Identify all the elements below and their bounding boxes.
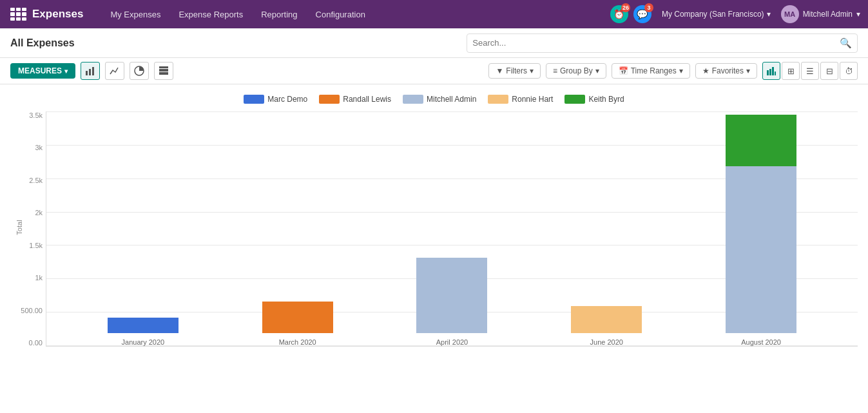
chart-type-line[interactable] bbox=[105, 62, 124, 80]
chart-legend: Marc DemoRandall LewisMitchell AdminRonn… bbox=[10, 95, 858, 104]
y-axis-label: 2.5k bbox=[29, 177, 43, 184]
activity-count: 26 bbox=[621, 3, 630, 12]
bar-segment bbox=[108, 318, 178, 333]
view-kanban[interactable]: ⊟ bbox=[820, 62, 838, 80]
menu-expense-reports[interactable]: Expense Reports bbox=[169, 0, 252, 28]
y-axis-label: 2k bbox=[35, 209, 43, 216]
bar-label: March 2020 bbox=[279, 338, 316, 346]
company-selector[interactable]: My Company (San Francisco) ▾ bbox=[657, 10, 776, 19]
bar-label: January 2020 bbox=[122, 338, 165, 346]
user-chevron: ▾ bbox=[856, 10, 860, 19]
bar-group: August 2020 bbox=[726, 115, 796, 346]
view-grid[interactable]: ⊞ bbox=[782, 62, 800, 80]
bar-segment bbox=[726, 166, 796, 333]
svg-rect-5 bbox=[159, 69, 168, 72]
y-axis-label: 1.5k bbox=[29, 242, 43, 249]
timeranges-chevron: ▾ bbox=[679, 66, 683, 75]
view-toggle: ⊞ ☰ ⊟ ⏱ bbox=[762, 62, 858, 80]
bar-segment bbox=[726, 115, 796, 166]
y-axis: 3.5k3k2.5k2k1.5k1k500.000.00 bbox=[15, 111, 43, 347]
legend-item: Ronnie Hart bbox=[488, 95, 553, 104]
svg-rect-4 bbox=[159, 72, 168, 75]
y-axis-label: 500.00 bbox=[21, 307, 43, 314]
chart-type-bar[interactable] bbox=[81, 62, 100, 80]
app-menu-icon[interactable] bbox=[8, 5, 26, 23]
svg-rect-7 bbox=[767, 70, 769, 75]
svg-rect-1 bbox=[89, 69, 91, 75]
bar-group: March 2020 bbox=[262, 302, 333, 346]
bar-group: April 2020 bbox=[416, 258, 487, 346]
svg-rect-10 bbox=[775, 72, 776, 75]
legend-item: Keith Byrd bbox=[564, 95, 624, 104]
legend-item: Marc Demo bbox=[244, 95, 307, 104]
measures-chevron: ▾ bbox=[64, 68, 68, 75]
filter-icon: ▼ bbox=[496, 66, 503, 75]
user-name: Mitchell Admin bbox=[803, 10, 853, 19]
top-nav: Expenses My Expenses Expense Reports Rep… bbox=[0, 0, 868, 28]
menu-reporting[interactable]: Reporting bbox=[252, 0, 306, 28]
view-bar-chart[interactable] bbox=[762, 62, 780, 80]
bar-label: June 2020 bbox=[590, 338, 623, 346]
bar-stack bbox=[571, 306, 642, 333]
avatar: MA bbox=[781, 5, 799, 23]
group-by-button[interactable]: ≡ Group By ▾ bbox=[546, 63, 606, 79]
favorites-button[interactable]: ★ Favorites ▾ bbox=[695, 63, 757, 79]
page-title: All Expenses bbox=[10, 37, 75, 49]
time-ranges-button[interactable]: 📅 Time Ranges ▾ bbox=[612, 63, 690, 79]
search-box[interactable]: 🔍 bbox=[467, 34, 858, 53]
user-menu[interactable]: MA Mitchell Admin ▾ bbox=[781, 5, 860, 23]
star-icon: ★ bbox=[702, 66, 709, 75]
svg-rect-2 bbox=[92, 67, 94, 75]
search-icon[interactable]: 🔍 bbox=[840, 37, 852, 49]
filters-button[interactable]: ▼ Filters ▾ bbox=[488, 63, 541, 79]
search-input[interactable] bbox=[472, 38, 840, 48]
svg-rect-6 bbox=[159, 66, 168, 68]
favorites-chevron: ▾ bbox=[746, 66, 750, 75]
chart-type-stacked[interactable] bbox=[154, 62, 173, 80]
svg-rect-9 bbox=[772, 67, 774, 75]
bar-group: January 2020 bbox=[108, 318, 178, 346]
main-content: Marc DemoRandall LewisMitchell AdminRonn… bbox=[0, 84, 868, 413]
chart-plot: January 2020March 2020April 2020June 202… bbox=[46, 111, 858, 347]
menu-configuration[interactable]: Configuration bbox=[307, 0, 374, 28]
bar-segment bbox=[571, 306, 642, 333]
groupby-icon: ≡ bbox=[553, 66, 557, 75]
bar-label: August 2020 bbox=[741, 338, 781, 346]
calendar-icon: 📅 bbox=[619, 66, 628, 75]
toolbar-right: ▼ Filters ▾ ≡ Group By ▾ 📅 Time Ranges ▾… bbox=[488, 62, 858, 80]
bar-stack bbox=[416, 258, 487, 333]
bars-container: January 2020March 2020April 2020June 202… bbox=[46, 111, 858, 346]
bar-stack bbox=[262, 302, 333, 333]
y-axis-label: 3.5k bbox=[29, 111, 43, 119]
y-axis-label: 0.00 bbox=[29, 339, 43, 347]
app-title: Expenses bbox=[32, 8, 83, 21]
chart-wrapper: Marc DemoRandall LewisMitchell AdminRonn… bbox=[10, 95, 858, 369]
bar-segment bbox=[416, 258, 487, 333]
y-axis-label: 3k bbox=[35, 144, 43, 151]
legend-item: Mitchell Admin bbox=[403, 95, 476, 104]
page-header: All Expenses 🔍 bbox=[0, 28, 868, 58]
topnav-right: ⏰ 26 💬 3 My Company (San Francisco) ▾ MA… bbox=[610, 5, 860, 23]
bar-label: April 2020 bbox=[436, 338, 468, 346]
groupby-chevron: ▾ bbox=[595, 66, 599, 75]
view-list[interactable]: ☰ bbox=[801, 62, 819, 80]
bar-stack bbox=[726, 115, 796, 333]
company-name: My Company (San Francisco) bbox=[662, 10, 764, 19]
message-count: 3 bbox=[644, 3, 653, 12]
filters-chevron: ▾ bbox=[530, 66, 534, 75]
company-chevron: ▾ bbox=[767, 10, 771, 19]
bar-segment bbox=[262, 302, 333, 333]
measures-button[interactable]: MEASURES ▾ bbox=[10, 63, 75, 79]
toolbar: MEASURES ▾ ▼ Filters ▾ ≡ Group By ▾ 📅 Ti… bbox=[0, 58, 868, 84]
y-axis-label: 1k bbox=[35, 274, 43, 282]
legend-item: Randall Lewis bbox=[319, 95, 391, 104]
bar-stack bbox=[108, 318, 178, 333]
bar-group: June 2020 bbox=[571, 306, 642, 346]
menu-my-expenses[interactable]: My Expenses bbox=[101, 0, 169, 28]
svg-rect-8 bbox=[769, 69, 771, 75]
chart-type-pie[interactable] bbox=[130, 62, 149, 80]
svg-rect-0 bbox=[86, 71, 88, 75]
activity-badge[interactable]: ⏰ 26 bbox=[610, 5, 628, 23]
view-clock[interactable]: ⏱ bbox=[840, 62, 858, 80]
message-badge[interactable]: 💬 3 bbox=[633, 5, 651, 23]
